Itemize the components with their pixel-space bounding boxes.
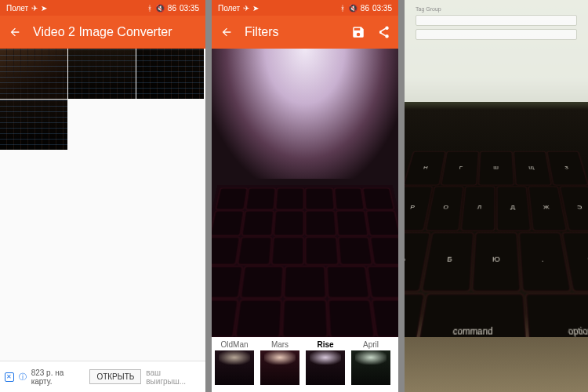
laptop-base [405, 337, 588, 392]
bluetooth-icon: ᚼ [147, 4, 152, 13]
image-thumbnail[interactable] [68, 49, 136, 99]
filter-option[interactable]: OldMan [212, 337, 257, 392]
filter-preview[interactable] [212, 49, 398, 337]
form-input [416, 15, 577, 26]
ad-info-icon[interactable]: ⓘ [19, 372, 27, 383]
image-thumbnail[interactable] [136, 49, 204, 99]
filter-name: Mars [271, 340, 289, 349]
filter-thumbnail [215, 350, 254, 385]
ad-tail-text: ваш выигрыш... [146, 368, 201, 386]
status-bar: Полет ✈ ➤ ᚼ 🔇 86 03:35 [0, 0, 205, 16]
app-bar: Video 2 Image Converter [0, 16, 205, 49]
page-title: Filters [245, 25, 340, 39]
keyboard-key: . [519, 232, 571, 291]
keyboard-photo: Tag Group Н Г Ш Щ З Р О Л Д Ж Э Ь Б [405, 0, 588, 392]
filter-name: Rise [317, 340, 333, 349]
status-bar: Полет ✈ ➤ ᚼ 🔇 86 03:35 [212, 0, 398, 16]
battery-level: 86 [168, 4, 176, 13]
keyboard-key: Ю [473, 232, 521, 291]
filter-thumbnail [351, 350, 390, 385]
filter-option-selected[interactable]: Rise [303, 337, 348, 392]
ad-text: 823 р. на карту. [31, 368, 85, 386]
form-label: Tag Group [416, 6, 577, 12]
filter-thumbnail [260, 350, 299, 385]
gallery-screen: Полет ✈ ➤ ᚼ 🔇 86 03:35 Video 2 Image Con… [0, 0, 205, 392]
filter-option[interactable]: April [348, 337, 394, 392]
clock: 03:35 [180, 4, 199, 13]
page-title: Video 2 Image Converter [33, 25, 198, 39]
keyboard-key: Щ [514, 151, 551, 185]
keyboard-key: Д [497, 187, 531, 230]
keyboard-key: О [426, 187, 463, 230]
telegram-icon: ➤ [252, 4, 259, 13]
silent-icon: 🔇 [348, 4, 358, 13]
silent-icon: 🔇 [155, 4, 165, 13]
filter-thumbnail [306, 350, 345, 385]
back-button[interactable] [8, 25, 22, 39]
battery-level: 86 [361, 4, 369, 13]
carrier-label: Полет [6, 4, 28, 13]
keyboard-key: Ш [478, 151, 514, 185]
bluetooth-icon: ᚼ [340, 4, 345, 13]
ad-open-button[interactable]: ОТКРЫТЬ [89, 369, 141, 384]
thumbnail-grid [0, 49, 205, 392]
keyboard-key: З [547, 151, 588, 185]
filter-strip[interactable]: OldMan Mars Rise April [212, 337, 398, 392]
airplane-icon: ✈ [243, 4, 249, 13]
ad-close-icon[interactable]: ✕ [5, 372, 14, 382]
filter-name: April [363, 340, 379, 349]
clock: 03:35 [372, 4, 392, 13]
keyboard-key: Б [422, 232, 474, 291]
keyboard-key: Н [405, 151, 445, 185]
form-input [416, 29, 577, 40]
carrier-label: Полет [218, 4, 240, 13]
app-bar: Filters [212, 16, 398, 49]
airplane-icon: ✈ [31, 4, 38, 13]
source-photo: Tag Group Н Г Ш Щ З Р О Л Д Ж Э Ь Б [405, 0, 588, 392]
telegram-icon: ➤ [41, 4, 47, 13]
share-button[interactable] [376, 25, 390, 39]
image-thumbnail[interactable] [0, 49, 67, 99]
keyboard-key: Л [462, 187, 495, 230]
image-thumbnail[interactable] [0, 100, 67, 150]
background-form: Tag Group [405, 0, 588, 102]
ad-banner[interactable]: ✕ ⓘ 823 р. на карту. ОТКРЫТЬ ваш выигрыш… [0, 361, 205, 392]
save-button[interactable] [351, 25, 365, 39]
filter-name: OldMan [220, 340, 248, 349]
back-button[interactable] [220, 25, 234, 39]
filter-option[interactable]: Mars [257, 337, 303, 392]
keyboard-key: Г [441, 151, 479, 185]
filters-screen: Полет ✈ ➤ ᚼ 🔇 86 03:35 Filters [212, 0, 398, 392]
